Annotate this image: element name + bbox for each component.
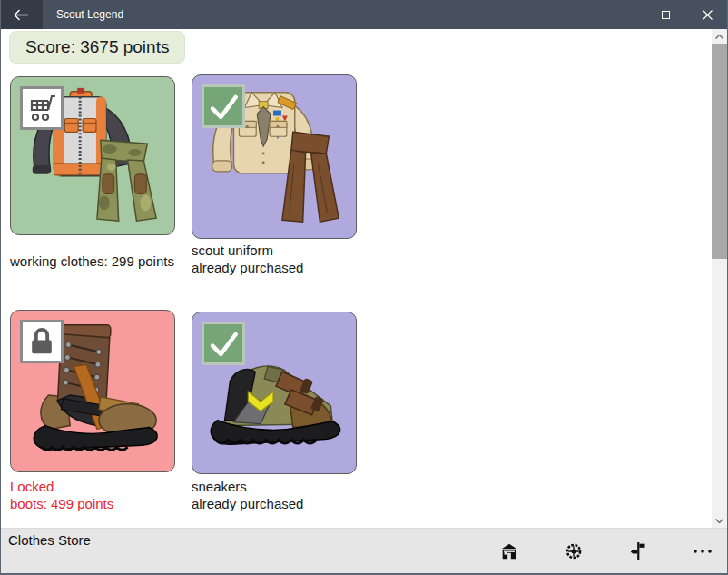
wheel-icon [565, 542, 583, 560]
padlock-icon [26, 325, 57, 358]
close-icon [703, 10, 713, 20]
checkmark-icon [205, 88, 241, 124]
back-button[interactable] [0, 0, 43, 29]
more-icon [693, 549, 713, 554]
store-item-working-clothes[interactable] [10, 76, 175, 235]
score-badge: Score: 3675 points [10, 32, 184, 63]
caption-line: already purchased [192, 495, 303, 512]
caption-line: scout uniform [192, 242, 303, 259]
title-bar: Scout Legend [0, 0, 728, 29]
sneakers-caption: sneakers already purchased [192, 478, 303, 512]
store-item-boots[interactable] [10, 310, 175, 472]
bottom-app-bar: Clothes Store [1, 528, 727, 573]
app-bar-buttons [497, 529, 714, 573]
close-button[interactable] [686, 0, 728, 29]
locked-badge [20, 320, 64, 363]
more-button[interactable] [691, 540, 714, 563]
app-window: Scout Legend Score: 3675 points [0, 0, 728, 575]
signpost-icon [629, 541, 647, 561]
window-controls [603, 0, 728, 29]
purchased-badge [202, 322, 245, 365]
checkmark-icon [205, 325, 241, 362]
window-title: Scout Legend [56, 0, 603, 29]
scroll-up-button[interactable] [712, 29, 727, 44]
chevron-down-icon [715, 519, 723, 523]
caption-line: working clothes: 299 points [10, 253, 174, 270]
scrollbar-thumb[interactable] [712, 44, 727, 259]
store-item-sneakers[interactable] [192, 312, 357, 474]
boots-caption: Locked boots: 499 points [10, 478, 113, 512]
score-text: Score: 3675 points [25, 37, 169, 57]
page-title: Clothes Store [8, 532, 91, 548]
store-page: Score: 3675 points [1, 29, 727, 528]
minimize-icon [619, 15, 628, 15]
caption-line: sneakers [192, 478, 303, 495]
home-button[interactable] [497, 540, 521, 563]
chevron-up-icon [715, 35, 723, 39]
shopping-cart-icon [25, 93, 58, 124]
caption-line: already purchased [192, 259, 303, 276]
caption-line: Locked [10, 478, 113, 495]
signpost-button[interactable] [626, 540, 650, 563]
caption-line: boots: 499 points [10, 495, 113, 512]
scroll-down-button[interactable] [712, 513, 727, 528]
back-arrow-icon [14, 9, 29, 21]
maximize-icon [662, 11, 670, 19]
working-clothes-caption: working clothes: 299 points [10, 253, 174, 270]
wheel-button[interactable] [562, 540, 585, 563]
minimize-button[interactable] [603, 0, 644, 29]
home-icon [499, 541, 519, 561]
vertical-scrollbar[interactable] [712, 29, 727, 528]
store-item-scout-uniform[interactable] [192, 74, 357, 239]
purchased-badge [202, 84, 245, 128]
scout-uniform-caption: scout uniform already purchased [192, 242, 303, 276]
maximize-button[interactable] [644, 0, 686, 29]
cart-badge [20, 86, 64, 130]
